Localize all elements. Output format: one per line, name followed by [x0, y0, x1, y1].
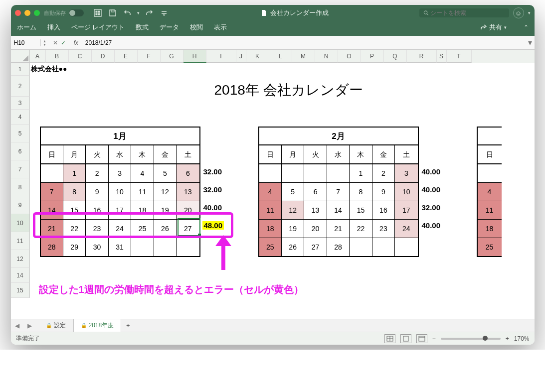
select-all-corner[interactable]	[11, 50, 30, 63]
calendar-cell[interactable]: 27	[177, 220, 199, 238]
calendar-cell[interactable]	[372, 238, 395, 256]
calendar-cell[interactable]: 6	[304, 183, 327, 201]
calendar-cell[interactable]: 10	[109, 183, 131, 201]
tab-home[interactable]: ホーム	[17, 23, 36, 32]
calendar-cell[interactable]: 17	[395, 201, 417, 219]
calendar-cell[interactable]: 22	[350, 220, 372, 238]
calendar-cell[interactable]: 2	[86, 164, 108, 182]
calendar-cell[interactable]: 30	[86, 238, 108, 256]
calendar-cell[interactable]: 11	[259, 201, 282, 219]
calendar-cell[interactable]: 19	[282, 220, 304, 238]
zoom-window-button[interactable]	[34, 10, 40, 16]
sheet-nav-prev[interactable]: ◀	[11, 322, 23, 329]
col-header-B[interactable]: B	[46, 50, 69, 63]
expand-formula-bar-icon[interactable]: ▾	[526, 38, 535, 47]
autosave-toggle[interactable]: 自動保存	[44, 9, 84, 17]
col-header-H[interactable]: H	[183, 50, 206, 63]
col-header-M[interactable]: M	[292, 50, 315, 63]
calendar-cell[interactable]: 15	[350, 201, 372, 219]
calendar-cell[interactable]: 3	[109, 164, 131, 182]
calendar-cell[interactable]: 18	[131, 201, 154, 219]
qat-customize-icon[interactable]	[159, 7, 170, 18]
redo-icon[interactable]	[144, 7, 155, 18]
calendar-cell[interactable]	[282, 164, 304, 182]
cancel-formula-icon[interactable]: ✕	[53, 39, 58, 46]
calendar-cell[interactable]: 25	[478, 238, 502, 256]
accept-formula-icon[interactable]: ✓	[61, 39, 66, 46]
calendar-cell[interactable]: 7	[327, 183, 350, 201]
calendar-cell[interactable]: 11	[478, 201, 502, 219]
calendar-cell[interactable]: 3	[395, 164, 417, 182]
name-box-dropdown[interactable]: ▲▼	[41, 39, 49, 46]
row-header-6[interactable]: 6	[11, 142, 30, 160]
save-icon[interactable]	[107, 7, 118, 18]
calendar-cell[interactable]: 2	[372, 164, 395, 182]
calendar-cell[interactable]: 19	[154, 201, 177, 219]
calendar-cell[interactable]	[154, 238, 177, 256]
col-header-T[interactable]: T	[447, 50, 472, 63]
calendar-cell[interactable]: 12	[154, 183, 177, 201]
calendar-cell[interactable]: 4	[131, 164, 154, 182]
calendar-cell[interactable]: 8	[350, 183, 372, 201]
sheet-tab-settings[interactable]: 🔒設定	[39, 319, 73, 332]
calendar-cell[interactable]: 13	[177, 183, 199, 201]
close-window-button[interactable]	[15, 10, 21, 16]
col-header-G[interactable]: G	[161, 50, 183, 63]
row-header-12[interactable]: 12	[11, 250, 30, 268]
col-header-N[interactable]: N	[315, 50, 338, 63]
calendar-cell[interactable]	[304, 164, 327, 182]
calendar-cell[interactable]: 21	[41, 220, 63, 238]
col-header-P[interactable]: P	[361, 50, 384, 63]
fx-label[interactable]: fx	[70, 39, 82, 46]
tab-page-layout[interactable]: ページ レイアウト	[71, 23, 125, 32]
calendar-cell[interactable]	[395, 238, 417, 256]
calendar-cell[interactable]: 11	[131, 183, 154, 201]
tab-data[interactable]: データ	[160, 23, 179, 32]
add-sheet-button[interactable]: +	[121, 322, 135, 329]
search-input[interactable]	[430, 9, 505, 16]
calendar-cell[interactable]: 24	[109, 220, 131, 238]
calendar-cell[interactable]: 10	[395, 183, 417, 201]
view-page-layout-icon[interactable]	[400, 334, 411, 343]
zoom-slider[interactable]	[441, 338, 501, 340]
calendar-cell[interactable]	[41, 164, 63, 182]
row-header-15[interactable]: 15	[11, 283, 30, 298]
calendar-cell[interactable]: 29	[63, 238, 86, 256]
share-button[interactable]: 共有 ▾	[480, 23, 507, 32]
calendar-cell[interactable]: 12	[282, 201, 304, 219]
view-page-break-icon[interactable]	[416, 334, 427, 343]
calendar-cell[interactable]: 8	[63, 183, 86, 201]
collapse-ribbon-icon[interactable]: ⌃	[524, 24, 529, 31]
col-header-O[interactable]: O	[338, 50, 361, 63]
row-header-4[interactable]: 4	[11, 110, 30, 125]
formula-input[interactable]: 2018/1/27	[82, 39, 526, 46]
calendar-cell[interactable]: 20	[304, 220, 327, 238]
minimize-window-button[interactable]	[24, 10, 30, 16]
calendar-cell[interactable]: 9	[372, 183, 395, 201]
name-box[interactable]: H10	[11, 39, 41, 46]
calendar-cell[interactable]: 1	[350, 164, 372, 182]
row-header-2[interactable]: 2	[11, 76, 30, 97]
row-header-8[interactable]: 8	[11, 178, 30, 196]
calendar-cell[interactable]: 16	[372, 201, 395, 219]
calendar-cell[interactable]	[177, 238, 199, 256]
calendar-cell[interactable]	[327, 164, 350, 182]
calendar-cell[interactable]: 5	[154, 164, 177, 182]
home-icon[interactable]	[92, 7, 103, 18]
calendar-cell[interactable]: 24	[395, 220, 417, 238]
calendar-cell[interactable]: 1	[63, 164, 86, 182]
tab-formulas[interactable]: 数式	[136, 23, 149, 32]
calendar-cell[interactable]: 26	[154, 220, 177, 238]
zoom-in-button[interactable]: +	[506, 335, 509, 342]
calendar-cell[interactable]: 25	[259, 238, 282, 256]
calendar-cell[interactable]: 14	[327, 201, 350, 219]
sheet-nav-next[interactable]: ▶	[23, 322, 36, 329]
calendar-cell[interactable]	[478, 164, 502, 182]
sheet-tab-2018[interactable]: 🔒2018年度	[73, 319, 122, 332]
calendar-cell[interactable]	[350, 238, 372, 256]
calendar-cell[interactable]: 17	[109, 201, 131, 219]
tab-insert[interactable]: 挿入	[47, 23, 60, 32]
calendar-cell[interactable]	[259, 164, 282, 182]
search-box[interactable]	[419, 8, 509, 17]
calendar-cell[interactable]: 28	[327, 238, 350, 256]
